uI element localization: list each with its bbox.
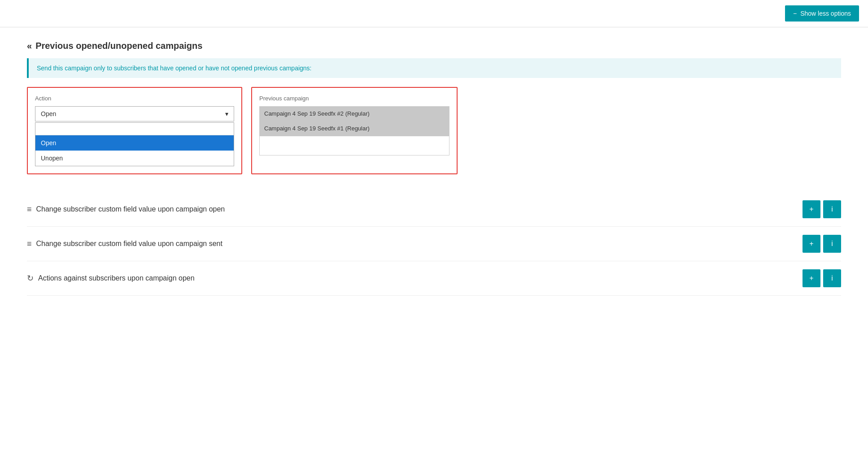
campaign-item-2[interactable]: Campaign 4 Sep 19 Seedfx #1 (Regular) (260, 121, 449, 136)
campaign-item-1[interactable]: Campaign 4 Sep 19 Seedfx #2 (Regular) (260, 107, 449, 121)
info-banner: Send this campaign only to subscribers t… (27, 58, 841, 78)
panels-row: Action Open ▾ Open Unopen Previous campa… (27, 87, 841, 174)
campaign-label: Previous campaign (259, 95, 449, 102)
add-custom-sent-button[interactable]: + (803, 235, 820, 253)
feature-left-custom-open: ≡ Change subscriber custom field value u… (27, 205, 225, 214)
section-header: « Previous opened/unopened campaigns (27, 41, 841, 51)
minus-icon: − (793, 10, 797, 17)
feature-left-actions-open: ↻ Actions against subscribers upon campa… (27, 273, 195, 283)
show-less-label: Show less options (800, 10, 851, 17)
action-dropdown-container: Open ▾ Open Unopen (35, 106, 234, 166)
dropdown-chevron-icon: ▾ (225, 110, 228, 117)
custom-sent-label: Change subscriber custom field value upo… (36, 240, 222, 248)
info-custom-open-button[interactable]: i (823, 200, 841, 218)
top-bar: − Show less options (0, 0, 868, 27)
action-panel: Action Open ▾ Open Unopen (27, 87, 242, 174)
main-content: « Previous opened/unopened campaigns Sen… (0, 27, 868, 309)
action-dropdown-trigger[interactable]: Open ▾ (35, 106, 234, 121)
feature-actions-custom-open: + i (803, 200, 841, 218)
dropdown-option-unopen[interactable]: Unopen (35, 151, 234, 166)
feature-actions-custom-sent: + i (803, 235, 841, 253)
action-selected-value: Open (41, 110, 56, 117)
feature-row-custom-sent: ≡ Change subscriber custom field value u… (27, 227, 841, 261)
campaign-panel: Previous campaign Campaign 4 Sep 19 Seed… (251, 87, 458, 174)
dropdown-option-open[interactable]: Open (35, 135, 234, 151)
show-less-button[interactable]: − Show less options (785, 5, 859, 22)
actions-open-label: Actions against subscribers upon campaig… (38, 274, 195, 282)
action-label: Action (35, 95, 234, 102)
dropdown-search-input[interactable] (35, 123, 234, 135)
info-text: Send this campaign only to subscribers t… (37, 65, 312, 72)
custom-sent-icon: ≡ (27, 239, 32, 249)
feature-actions-actions-open: + i (803, 269, 841, 287)
campaign-listbox[interactable]: Campaign 4 Sep 19 Seedfx #2 (Regular) Ca… (259, 106, 449, 155)
actions-open-icon: ↻ (27, 273, 34, 283)
info-custom-sent-button[interactable]: i (823, 235, 841, 253)
add-custom-open-button[interactable]: + (803, 200, 820, 218)
action-dropdown-list: Open Unopen (35, 122, 234, 166)
feature-row-actions-open: ↻ Actions against subscribers upon campa… (27, 261, 841, 296)
feature-row-custom-open: ≡ Change subscriber custom field value u… (27, 192, 841, 227)
section-title: Previous opened/unopened campaigns (35, 41, 202, 51)
double-chevron-icon: « (27, 41, 32, 51)
info-actions-open-button[interactable]: i (823, 269, 841, 287)
features-list: ≡ Change subscriber custom field value u… (27, 192, 841, 296)
add-actions-open-button[interactable]: + (803, 269, 820, 287)
feature-left-custom-sent: ≡ Change subscriber custom field value u… (27, 239, 222, 249)
custom-open-icon: ≡ (27, 205, 32, 214)
custom-open-label: Change subscriber custom field value upo… (36, 205, 225, 213)
